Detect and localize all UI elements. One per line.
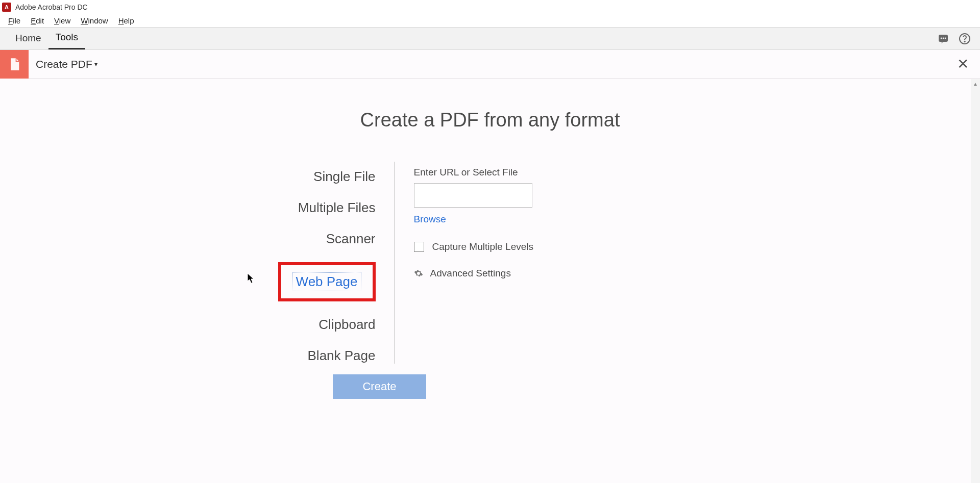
- capture-levels-checkbox[interactable]: [414, 242, 424, 252]
- gear-icon: [414, 269, 423, 278]
- main-content: Create a PDF from any format Single File…: [0, 79, 980, 364]
- notifications-icon[interactable]: [937, 33, 949, 45]
- annotation-highlight: Web Page: [278, 262, 376, 301]
- svg-point-1: [941, 37, 942, 39]
- titlebar: A Adobe Acrobat Pro DC: [0, 0, 980, 14]
- source-single-file[interactable]: Single File: [313, 169, 375, 185]
- close-tool-button[interactable]: ✕: [957, 57, 969, 71]
- url-label: Enter URL or Select File: [414, 167, 534, 178]
- capture-levels-label: Capture Multiple Levels: [432, 241, 534, 252]
- web-page-form: Enter URL or Select File Browse Capture …: [395, 162, 534, 364]
- help-icon[interactable]: [959, 33, 971, 45]
- menu-window[interactable]: Window: [76, 15, 113, 26]
- tabstrip: Home Tools: [0, 28, 980, 50]
- tool-label-text: Create PDF: [36, 58, 92, 70]
- source-scanner[interactable]: Scanner: [326, 231, 376, 247]
- capture-levels-row[interactable]: Capture Multiple Levels: [414, 241, 534, 252]
- app-title: Adobe Acrobat Pro DC: [15, 3, 88, 11]
- source-blank-page[interactable]: Blank Page: [308, 348, 376, 364]
- source-web-page[interactable]: Web Page: [292, 272, 361, 291]
- svg-point-2: [943, 37, 944, 39]
- source-list: Single File Multiple Files Scanner Web P…: [96, 162, 395, 364]
- menu-help[interactable]: Help: [113, 15, 139, 26]
- tool-dropdown[interactable]: Create PDF ▾: [36, 58, 97, 70]
- tool-header: Create PDF ▾ ✕: [0, 50, 980, 79]
- source-clipboard[interactable]: Clipboard: [318, 317, 375, 333]
- page-heading: Create a PDF from any format: [96, 109, 885, 131]
- menu-view[interactable]: View: [49, 15, 76, 26]
- chevron-down-icon: ▾: [94, 61, 97, 68]
- menu-file[interactable]: File: [3, 15, 26, 26]
- tab-tools[interactable]: Tools: [48, 28, 85, 49]
- scroll-up-icon[interactable]: ▲: [971, 79, 980, 88]
- menubar: File Edit View Window Help: [0, 14, 980, 28]
- url-input[interactable]: [414, 183, 532, 208]
- create-button[interactable]: Create: [333, 374, 426, 399]
- app-icon: A: [2, 3, 11, 12]
- advanced-settings-row[interactable]: Advanced Settings: [414, 268, 534, 279]
- svg-point-3: [945, 37, 946, 39]
- svg-point-5: [964, 41, 965, 42]
- advanced-settings-label: Advanced Settings: [430, 268, 511, 279]
- vertical-scrollbar[interactable]: ▲: [971, 79, 980, 483]
- tab-home[interactable]: Home: [8, 29, 48, 49]
- source-multiple-files[interactable]: Multiple Files: [298, 200, 376, 216]
- browse-link[interactable]: Browse: [414, 214, 446, 225]
- create-panel: Single File Multiple Files Scanner Web P…: [96, 162, 885, 364]
- menu-edit[interactable]: Edit: [26, 15, 49, 26]
- create-pdf-icon: [0, 50, 29, 79]
